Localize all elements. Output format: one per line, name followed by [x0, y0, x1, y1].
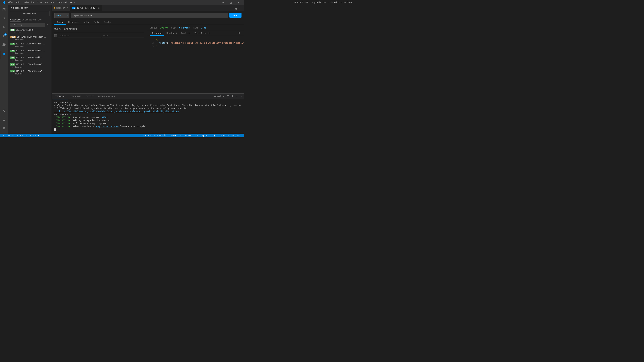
tab-collections[interactable]: Collections: [22, 18, 36, 22]
python-version-status[interactable]: Python 3.9.7 64-bit: [143, 134, 167, 137]
resp-tab-response[interactable]: Response: [150, 31, 164, 36]
terminal-maximize-button[interactable]: ∧: [236, 95, 238, 98]
thunder-panel: GET POST PUT DELETE PATCH http://localho…: [52, 11, 244, 94]
activity-remote[interactable]: [0, 107, 8, 115]
menu-edit[interactable]: Edit: [14, 1, 22, 4]
editor-tab-thunder[interactable]: TC 127.0.0.1:800.. ✕: [70, 5, 102, 11]
tab-env[interactable]: Env: [38, 18, 42, 22]
size-value: 66 Bytes: [179, 26, 190, 29]
close-button[interactable]: ✕: [235, 0, 242, 5]
menu-terminal[interactable]: Terminal: [56, 1, 68, 4]
split-editor-icon[interactable]: ⊞: [235, 8, 237, 10]
errors-status[interactable]: ⊗ 0 △ 0: [30, 134, 40, 137]
terminal-tabs-bar: TERMINAL PROBLEMS OUTPUT DEBUG CONSOLE b…: [52, 94, 244, 100]
req-tab-auth[interactable]: Auth: [81, 20, 91, 25]
more-actions-icon[interactable]: ···: [237, 7, 243, 11]
request-item-1[interactable]: GET localhost:8080 just now: [9, 28, 51, 35]
activity-extensions[interactable]: [0, 40, 8, 48]
request-item-2[interactable]: POST localhost:8080/prediction 3 days ag…: [9, 35, 51, 42]
url-input[interactable]: http://localhost:8080: [71, 13, 228, 18]
minimize-button[interactable]: ─: [219, 0, 227, 5]
method-badge-7: GET: [10, 70, 15, 72]
time-value: 7 ms: [201, 26, 206, 29]
titlebar-menu[interactable]: File Edit Selection View Go Run Terminal…: [6, 1, 76, 4]
menu-help[interactable]: Help: [69, 1, 76, 4]
request-url-3: 127.0.0.1:8000/prediction?name=Keneth&ag…: [16, 42, 46, 45]
menu-go[interactable]: Go: [44, 1, 49, 4]
format-json-icon[interactable]: {}: [236, 31, 242, 36]
request-item-6[interactable]: GET 127.0.0.1:8000/items/5?q=helloWorld …: [9, 62, 51, 69]
titlebar-controls[interactable]: ─ □ ✕: [219, 0, 242, 5]
req-tab-tests[interactable]: Tests: [102, 20, 113, 25]
resp-tab-test-results[interactable]: Test Results: [192, 31, 212, 36]
terminal-cursor: [54, 128, 56, 131]
branch-status[interactable]: ⚡ main*: [2, 134, 14, 137]
filter-input[interactable]: [10, 23, 45, 26]
request-item-7[interactable]: GET 127.0.0.1:8000/items/5?q=somequery 5…: [9, 69, 51, 76]
datetime-status[interactable]: 10:04 AM 10/2/2021: [219, 134, 242, 137]
terminal-line-3: https://scikit-learn.org/stable/modules/…: [54, 110, 242, 113]
resp-tab-headers[interactable]: Headers5: [164, 31, 179, 36]
spaces-label: Spaces: 4: [170, 134, 181, 137]
param-checkbox[interactable]: [54, 34, 57, 37]
activity-explorer[interactable]: [0, 6, 8, 14]
activity-thunder[interactable]: [0, 51, 8, 59]
lf-status[interactable]: LF: [195, 134, 198, 137]
menu-selection[interactable]: Selection: [22, 1, 36, 4]
maximize-button[interactable]: □: [227, 0, 235, 5]
line-num-3: 3: [150, 44, 154, 48]
menu-view[interactable]: View: [36, 1, 44, 4]
terminal-close-button[interactable]: ✕: [240, 95, 243, 98]
content-split: Query Parameters Status: 200 OK: [52, 25, 244, 94]
menu-file[interactable]: File: [6, 1, 14, 4]
split-terminal-button[interactable]: [226, 95, 230, 98]
sidebar: THUNDER CLIENT New Request Activity Coll…: [8, 5, 52, 134]
terminal-line-8: ?[32mINFO?[0m: Uvicorn running on http:/…: [54, 125, 242, 128]
activity-run-debug[interactable]: 1: [0, 32, 8, 40]
resp-tab-cookies[interactable]: Cookies: [179, 31, 192, 36]
tab-activity[interactable]: Activity: [10, 18, 21, 22]
modified-dot: [54, 7, 55, 8]
request-item-4[interactable]: GET 127.0.0.1:8000/prediction?q=hello wo…: [9, 48, 51, 55]
activity-source-control[interactable]: [0, 23, 8, 31]
notification-bell[interactable]: [212, 134, 216, 137]
terminal-tab-debug[interactable]: DEBUG CONSOLE: [96, 94, 118, 100]
param-value-input[interactable]: [102, 34, 144, 38]
request-tabs: Query Headers4 Auth Body Tests: [52, 20, 244, 25]
send-button[interactable]: Send: [230, 13, 242, 18]
info-text-2: ?[32mINFO?[0m:: [54, 119, 71, 122]
response-panel: Status: 200 OK Size: 66 Bytes Time: 7 ms: [147, 25, 244, 94]
url-link[interactable]: https://scikit-learn.org/stable/modules/…: [54, 110, 179, 112]
sync-status[interactable]: ↻ 0 △ 1↓: [16, 134, 28, 137]
tab-modified-indicator: M: [67, 7, 68, 9]
activity-accounts[interactable]: [0, 116, 8, 124]
request-item-3[interactable]: GET 127.0.0.1:8000/prediction?name=Kenet…: [9, 42, 51, 48]
terminal-tab-problems[interactable]: PROBLEMS: [68, 94, 84, 100]
request-time-4: 5 days ago: [10, 52, 50, 54]
terminal-tab-terminal[interactable]: TERMINAL: [53, 94, 68, 100]
terminal-tab-output[interactable]: OUTPUT: [83, 94, 96, 100]
encoding-status[interactable]: UTF-8: [185, 134, 192, 137]
request-item-5[interactable]: GET 127.0.0.1:8000/prediction 5 days ago: [9, 55, 51, 62]
tab-close-button[interactable]: ✕: [98, 6, 100, 9]
filter-icon-button[interactable]: [46, 23, 50, 26]
new-request-button[interactable]: New Request: [10, 11, 50, 16]
new-terminal-button[interactable]: +: [222, 95, 225, 98]
uvicorn-url[interactable]: http://0.0.0.0:8080: [96, 125, 118, 128]
language-status[interactable]: Python: [201, 134, 210, 137]
req-tab-headers[interactable]: Headers4: [66, 20, 81, 25]
code-content-3: }: [156, 44, 158, 48]
menu-run[interactable]: Run: [49, 1, 56, 4]
req-tab-query[interactable]: Query: [54, 20, 66, 25]
spaces-status[interactable]: Spaces: 4: [170, 134, 182, 137]
req-tab-body[interactable]: Body: [92, 20, 101, 25]
param-name-input[interactable]: [58, 34, 100, 38]
editor-tab-main-py[interactable]: main.py M: [52, 5, 70, 11]
python-label: Python 3.9.7 64-bit: [144, 134, 166, 137]
method-select[interactable]: GET POST PUT DELETE PATCH: [54, 13, 70, 18]
terminal-content[interactable]: warnings.warn( C:\Python39\lib\site-pack…: [52, 100, 244, 134]
line-num-1: 1: [150, 38, 154, 41]
activity-settings[interactable]: [0, 124, 8, 132]
kill-terminal-button[interactable]: [231, 95, 234, 98]
activity-search[interactable]: [0, 14, 8, 22]
